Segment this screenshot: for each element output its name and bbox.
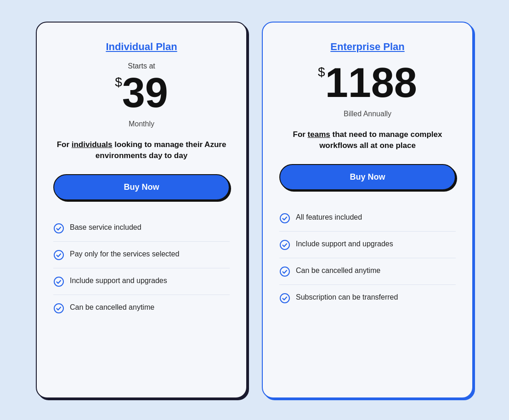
check-circle-icon bbox=[279, 239, 290, 250]
check-circle-icon bbox=[279, 266, 290, 277]
svg-point-3 bbox=[54, 304, 63, 313]
price-section-enterprise: $1188 bbox=[318, 62, 417, 103]
feature-item-individual-3: Can be cancelled anytime bbox=[53, 295, 230, 321]
svg-point-0 bbox=[54, 224, 63, 233]
feature-item-individual-2: Include support and upgrades bbox=[53, 268, 230, 295]
check-circle-icon bbox=[53, 223, 64, 234]
svg-point-6 bbox=[280, 267, 289, 276]
feature-item-individual-1: Pay only for the services selected bbox=[53, 242, 230, 268]
check-circle-icon bbox=[53, 303, 64, 314]
feature-text-individual-1: Pay only for the services selected bbox=[70, 249, 179, 259]
currency-symbol-individual: $ bbox=[115, 76, 122, 89]
plan-title-enterprise[interactable]: Enterprise Plan bbox=[330, 41, 404, 53]
feature-item-enterprise-3: Subscription can be transferred bbox=[279, 285, 456, 311]
features-list-individual: Base service includedPay only for the se… bbox=[53, 215, 230, 321]
feature-item-enterprise-2: Can be cancelled anytime bbox=[279, 258, 456, 285]
price-section-individual: Starts at$39 bbox=[115, 62, 168, 114]
plan-card-enterprise: Enterprise Plan$1188Billed AnnuallyFor t… bbox=[262, 22, 473, 398]
svg-point-7 bbox=[280, 294, 289, 303]
svg-point-2 bbox=[54, 277, 63, 286]
svg-point-4 bbox=[280, 214, 289, 223]
feature-text-enterprise-1: Include support and upgrades bbox=[296, 239, 393, 249]
billing-period-individual: Monthly bbox=[129, 120, 154, 128]
check-circle-icon bbox=[279, 293, 290, 304]
feature-item-individual-0: Base service included bbox=[53, 215, 230, 242]
plan-title-individual[interactable]: Individual Plan bbox=[106, 41, 177, 53]
svg-point-5 bbox=[280, 240, 289, 250]
feature-text-enterprise-0: All features included bbox=[296, 212, 362, 222]
features-list-enterprise: All features includedInclude support and… bbox=[279, 205, 456, 311]
feature-text-individual-2: Include support and upgrades bbox=[70, 276, 167, 286]
price-row-enterprise: $1188 bbox=[318, 62, 417, 103]
check-circle-icon bbox=[53, 250, 64, 261]
check-circle-icon bbox=[53, 276, 64, 287]
check-circle-icon bbox=[279, 213, 290, 224]
buy-button-enterprise[interactable]: Buy Now bbox=[279, 164, 456, 190]
feature-text-individual-0: Base service included bbox=[70, 222, 141, 233]
price-number-enterprise: 1188 bbox=[325, 62, 417, 103]
feature-item-enterprise-0: All features included bbox=[279, 205, 456, 232]
feature-text-individual-3: Can be cancelled anytime bbox=[70, 302, 154, 312]
price-number-individual: 39 bbox=[122, 72, 168, 114]
price-row-individual: $39 bbox=[115, 72, 168, 114]
billing-period-enterprise: Billed Annually bbox=[344, 110, 391, 118]
svg-point-1 bbox=[54, 250, 63, 260]
plans-container: Individual PlanStarts at$39MonthlyFor in… bbox=[17, 3, 492, 417]
feature-text-enterprise-3: Subscription can be transferred bbox=[296, 292, 398, 302]
feature-text-enterprise-2: Can be cancelled anytime bbox=[296, 266, 380, 276]
plan-description-enterprise: For teams that need to manage complex wo… bbox=[279, 129, 456, 151]
starts-at-label-individual: Starts at bbox=[115, 62, 168, 70]
feature-item-enterprise-1: Include support and upgrades bbox=[279, 232, 456, 258]
plan-card-individual: Individual PlanStarts at$39MonthlyFor in… bbox=[36, 22, 247, 398]
currency-symbol-enterprise: $ bbox=[318, 66, 325, 79]
plan-description-individual: For individuals looking to manage their … bbox=[53, 139, 230, 161]
buy-button-individual[interactable]: Buy Now bbox=[53, 174, 230, 200]
